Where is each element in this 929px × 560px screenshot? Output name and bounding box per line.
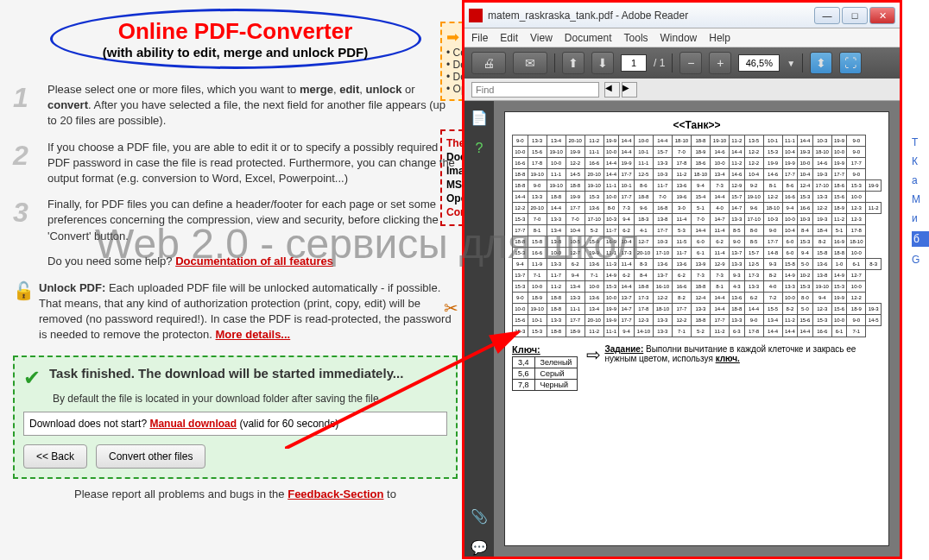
find-prev-button[interactable]: ◀ — [604, 82, 620, 98]
print-button[interactable]: 🖨 — [471, 52, 506, 74]
convert-other-button[interactable]: Convert other files — [96, 444, 205, 469]
document-area[interactable]: <<Танк>> 9-013-313-420-1011-219-914-410-… — [494, 101, 900, 557]
step-number-2: 2 — [13, 140, 39, 187]
step-2-text: If you choose a PDF file, you are able t… — [47, 140, 458, 187]
next-page-button[interactable]: ⬇ — [591, 52, 614, 74]
find-input[interactable] — [471, 82, 599, 98]
menu-view[interactable]: View — [530, 32, 553, 44]
arrow-right-icon: ⇨ — [586, 344, 601, 391]
menu-edit[interactable]: Edit — [500, 32, 518, 44]
lock-icon: 🔓 — [13, 280, 39, 343]
titlebar[interactable]: matem_raskraska_tank.pdf - Adobe Reader … — [464, 3, 900, 28]
sidebar: 📄 ? 📎 💬 — [464, 101, 494, 557]
more-details-link[interactable]: More details... — [216, 328, 291, 341]
menu-tools[interactable]: Tools — [624, 32, 648, 44]
menu-window[interactable]: Window — [660, 32, 698, 44]
step-number-3: 3 — [13, 197, 39, 244]
zoom-out-button[interactable]: − — [679, 52, 702, 74]
page-total: / 1 — [654, 57, 665, 69]
task-block: ⇨ Задание: Выполни вычитание в каждой кл… — [586, 344, 882, 391]
fit-width-button[interactable]: ⬍ — [810, 52, 832, 74]
arrow-icon: ➡ — [446, 28, 459, 46]
grid-table: 9-013-313-420-1011-219-914-410-014-418-1… — [512, 135, 882, 337]
email-button[interactable]: ✉ — [513, 52, 547, 74]
feedback-link[interactable]: Feedback-Section — [288, 488, 383, 500]
back-button[interactable]: << Back — [23, 444, 87, 469]
download-status-box: Download does not start? Manual download… — [23, 412, 447, 436]
task-subtitle: By default the file is located in your d… — [53, 393, 447, 405]
step-1-text: Please select one or more files, which y… — [47, 82, 458, 129]
check-icon: ✔ — [23, 366, 41, 390]
report-line: Please report all problems and bugs in t… — [13, 488, 458, 500]
maximize-button[interactable]: □ — [842, 7, 868, 24]
toolbar: 🖨 ✉ ⬆ ⬇ / 1 − + ▼ ⬍ ⛶ — [464, 47, 900, 79]
window-title: matem_raskraska_tank.pdf - Adobe Reader — [488, 9, 814, 22]
right-edge-snippet: ТКаМибG — [912, 129, 929, 273]
scissors-icon: ✂ — [444, 298, 458, 318]
menubar: File Edit View Document Tools Window Hel… — [464, 28, 900, 47]
menu-help[interactable]: Help — [709, 32, 730, 44]
menu-document[interactable]: Document — [565, 32, 612, 44]
unlock-text: Unlock PDF: Each uploaded PDF file will … — [39, 280, 458, 343]
zoom-in-button[interactable]: + — [709, 52, 731, 74]
document-page: <<Танк>> 9-013-313-420-1011-219-914-410-… — [504, 111, 889, 546]
help-line: Do you need some help? Documentation of … — [47, 255, 458, 267]
page-input[interactable] — [621, 54, 647, 72]
fit-page-button[interactable]: ⛶ — [839, 52, 862, 74]
pages-panel-icon[interactable]: 📄 — [470, 108, 489, 127]
page-subtitle: (with ability to edit, merge and unlock … — [70, 45, 401, 60]
doc-title: <<Танк>> — [512, 119, 882, 131]
documentation-link[interactable]: Documentation of all features — [175, 255, 333, 267]
adobe-reader-window: matem_raskraska_tank.pdf - Adobe Reader … — [462, 0, 902, 559]
task-finished-box: ✔ Task finished. The download will be st… — [13, 356, 458, 479]
manual-download-link[interactable]: Manual download — [149, 418, 237, 430]
menu-file[interactable]: File — [471, 32, 488, 44]
comments-icon[interactable]: 💬 — [470, 538, 489, 557]
header-oval: Online PDF-Converter (with ability to ed… — [50, 9, 421, 69]
minimize-button[interactable]: — — [814, 7, 840, 24]
step-number-1: 1 — [13, 82, 39, 129]
key-block: Ключ: 3,4Зеленый5,6Серый7,8Черный — [512, 344, 578, 391]
attachments-icon[interactable]: 📎 — [470, 507, 489, 525]
find-next-button[interactable]: ▶ — [622, 82, 637, 98]
findbar: ◀ ▶ — [464, 79, 900, 101]
page-title: Online PDF-Converter — [70, 18, 401, 45]
zoom-input[interactable] — [738, 54, 780, 72]
prev-page-button[interactable]: ⬆ — [562, 52, 585, 74]
task-title: Task finished. The download will be star… — [49, 366, 403, 381]
close-button[interactable]: ✕ — [869, 7, 895, 24]
help-icon[interactable]: ? — [470, 139, 489, 158]
step-3-text: Finally, for PDF files you can define a … — [47, 197, 458, 244]
pdf-icon — [469, 9, 483, 22]
